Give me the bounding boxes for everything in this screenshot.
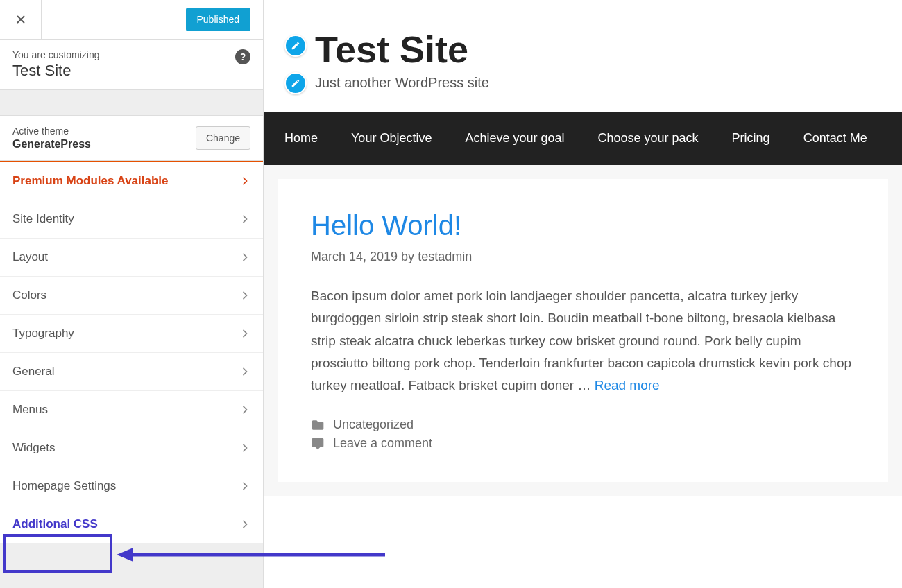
close-icon	[15, 13, 27, 26]
chevron-right-icon	[239, 175, 250, 187]
sidebar-item-label: Widgets	[12, 441, 55, 455]
sidebar-item-label: Menus	[12, 403, 48, 417]
sidebar-item-typography[interactable]: Typography	[0, 315, 263, 353]
sidebar-item-homepage-settings[interactable]: Homepage Settings	[0, 467, 263, 505]
publish-button[interactable]: Published	[186, 8, 251, 31]
nav-item-home[interactable]: Home	[268, 112, 334, 165]
pencil-icon	[291, 78, 300, 88]
customizing-site-name: Test Site	[12, 62, 250, 80]
publish-wrap: Published	[42, 0, 263, 39]
customizer-sidebar: Published You are customizing Test Site …	[0, 0, 264, 588]
chevron-right-icon	[239, 366, 250, 377]
chevron-right-icon	[239, 442, 250, 453]
chevron-right-icon	[239, 481, 250, 492]
sidebar-item-label: General	[12, 365, 54, 379]
sidebar-item-label: Layout	[12, 250, 48, 264]
theme-name: GeneratePress	[12, 138, 91, 150]
chevron-right-icon	[239, 404, 250, 415]
preview-header: Test Site Just another WordPress site	[264, 0, 902, 112]
preview-pane: Test Site Just another WordPress site Ho…	[264, 0, 902, 588]
spacer	[0, 90, 263, 103]
sidebar-item-label: Colors	[12, 288, 46, 302]
nav-item-choose-pack[interactable]: Choose your pack	[581, 112, 715, 165]
active-theme-panel: Active theme GeneratePress Change	[0, 115, 263, 161]
post-footer-meta: Uncategorized Leave a comment	[311, 417, 855, 451]
pencil-icon	[291, 41, 300, 51]
sidebar-item-label: Additional CSS	[12, 517, 98, 531]
post-date: March 14, 2019	[311, 250, 398, 263]
sidebar-item-additional-css[interactable]: Additional CSS	[0, 505, 263, 544]
post: Hello World! March 14, 2019 by testadmin…	[278, 179, 888, 482]
sidebar-item-general[interactable]: General	[0, 353, 263, 391]
chevron-right-icon	[239, 214, 250, 225]
post-title[interactable]: Hello World!	[311, 210, 855, 241]
preview-content: Hello World! March 14, 2019 by testadmin…	[264, 165, 902, 496]
nav-item-pricing[interactable]: Pricing	[715, 112, 787, 165]
edit-tagline-button[interactable]	[284, 72, 307, 94]
site-tagline: Just another WordPress site	[284, 75, 881, 91]
site-title: Test Site	[284, 28, 468, 71]
sidebar-item-label: Premium Modules Available	[12, 174, 169, 188]
sidebar-item-menus[interactable]: Menus	[0, 391, 263, 429]
site-title-text: Test Site	[315, 28, 468, 70]
active-theme-label: Active theme	[12, 126, 91, 137]
chevron-right-icon	[239, 328, 250, 339]
customizing-label: You are customizing	[12, 49, 250, 60]
change-theme-button[interactable]: Change	[196, 126, 250, 150]
sidebar-item-label: Homepage Settings	[12, 479, 116, 493]
sidebar-item-layout[interactable]: Layout	[0, 239, 263, 277]
nav-item-contact[interactable]: Contact Me	[787, 112, 884, 165]
post-by-label: by	[401, 250, 414, 263]
sidebar-menu: Premium Modules Available Site Identity …	[0, 161, 263, 544]
post-excerpt: Bacon ipsum dolor amet pork loin landjae…	[311, 288, 851, 392]
nav-item-achieve-goal[interactable]: Achieve your goal	[448, 112, 581, 165]
customizing-info: You are customizing Test Site ?	[0, 40, 263, 90]
sidebar-item-label: Site Identity	[12, 212, 74, 226]
chevron-right-icon	[239, 252, 250, 263]
post-author[interactable]: testadmin	[418, 250, 472, 263]
read-more-link[interactable]: Read more	[595, 378, 660, 392]
sidebar-item-premium-modules[interactable]: Premium Modules Available	[0, 162, 263, 200]
preview-nav: Home Your Objective Achieve your goal Ch…	[264, 112, 902, 165]
nav-item-your-objective[interactable]: Your Objective	[334, 112, 448, 165]
chevron-right-icon	[239, 519, 250, 530]
post-body: Bacon ipsum dolor amet pork loin landjae…	[311, 285, 855, 397]
sidebar-header: Published	[0, 0, 263, 40]
edit-title-button[interactable]	[284, 35, 307, 57]
comment-icon	[311, 437, 325, 451]
help-icon[interactable]: ?	[235, 49, 250, 64]
close-button[interactable]	[0, 0, 42, 39]
folder-icon	[311, 418, 325, 432]
site-tagline-text: Just another WordPress site	[315, 75, 489, 90]
sidebar-item-widgets[interactable]: Widgets	[0, 429, 263, 467]
sidebar-item-label: Typography	[12, 327, 74, 340]
post-category-link[interactable]: Uncategorized	[333, 417, 414, 432]
chevron-right-icon	[239, 290, 250, 301]
sidebar-item-colors[interactable]: Colors	[0, 277, 263, 315]
sidebar-item-site-identity[interactable]: Site Identity	[0, 200, 263, 239]
post-meta: March 14, 2019 by testadmin	[311, 250, 855, 264]
leave-comment-link[interactable]: Leave a comment	[333, 436, 432, 451]
